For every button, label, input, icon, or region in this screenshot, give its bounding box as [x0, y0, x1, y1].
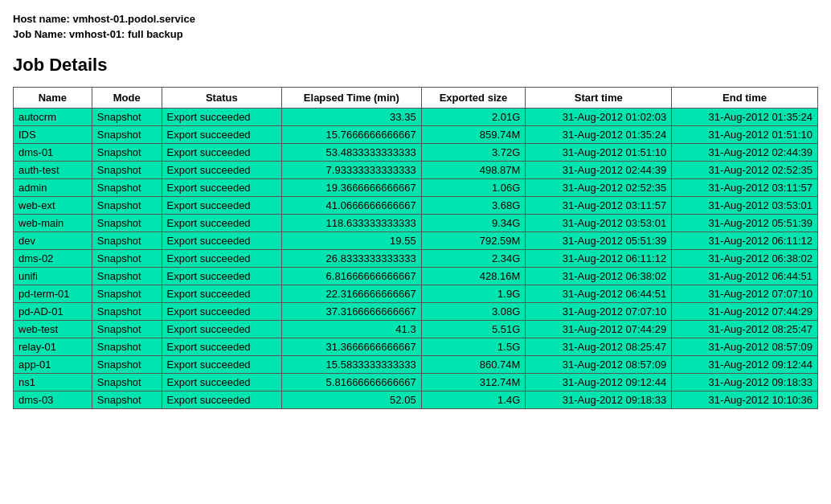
table-row: adminSnapshotExport succeeded19.36666666… — [14, 179, 818, 197]
table-cell: Snapshot — [92, 179, 162, 197]
col-header-mode: Mode — [92, 88, 162, 109]
table-cell: 31-Aug-2012 06:38:02 — [526, 268, 672, 285]
table-row: relay-01SnapshotExport succeeded31.36666… — [14, 338, 818, 356]
table-row: web-mainSnapshotExport succeeded118.6333… — [14, 215, 818, 232]
table-cell: 2.01G — [421, 109, 526, 126]
table-cell: Snapshot — [92, 338, 162, 356]
table-cell: 860.74M — [421, 356, 526, 374]
table-cell: Snapshot — [92, 215, 162, 232]
table-cell: 31-Aug-2012 03:11:57 — [526, 197, 672, 215]
table-row: unifiSnapshotExport succeeded6.816666666… — [14, 268, 818, 285]
table-cell: dev — [14, 232, 92, 250]
table-cell: 31-Aug-2012 08:57:09 — [526, 356, 672, 374]
table-cell: Export succeeded — [162, 215, 282, 232]
col-header-end: End time — [672, 88, 818, 109]
table-cell: 31-Aug-2012 03:53:01 — [672, 197, 818, 215]
table-row: devSnapshotExport succeeded19.55792.59M3… — [14, 232, 818, 250]
table-cell: Export succeeded — [162, 109, 282, 126]
table-cell: Export succeeded — [162, 391, 282, 409]
table-cell: unifi — [14, 268, 92, 285]
table-cell: IDS — [14, 126, 92, 144]
job-label: Job Name: — [13, 28, 66, 40]
table-cell: Export succeeded — [162, 374, 282, 391]
table-cell: 31-Aug-2012 06:38:02 — [672, 250, 818, 268]
host-line: Host name: vmhost-01.podol.service — [13, 13, 818, 25]
col-header-elapsed: Elapsed Time (min) — [282, 88, 422, 109]
table-cell: 31-Aug-2012 09:18:33 — [672, 374, 818, 391]
table-row: pd-term-01SnapshotExport succeeded22.316… — [14, 285, 818, 303]
table-cell: 5.81666666666667 — [282, 374, 422, 391]
table-cell: 792.59M — [421, 232, 526, 250]
table-row: dms-01SnapshotExport succeeded53.4833333… — [14, 144, 818, 162]
table-cell: 6.81666666666667 — [282, 268, 422, 285]
table-row: auth-testSnapshotExport succeeded7.93333… — [14, 162, 818, 179]
table-cell: Export succeeded — [162, 250, 282, 268]
meta-section: Host name: vmhost-01.podol.service Job N… — [13, 13, 818, 40]
table-row: dms-03SnapshotExport succeeded52.051.4G3… — [14, 391, 818, 409]
table-row: app-01SnapshotExport succeeded15.5833333… — [14, 356, 818, 374]
table-cell: 859.74M — [421, 126, 526, 144]
table-cell: 31-Aug-2012 02:44:39 — [672, 144, 818, 162]
table-cell: 31-Aug-2012 02:44:39 — [526, 162, 672, 179]
table-cell: 312.74M — [421, 374, 526, 391]
table-cell: Snapshot — [92, 162, 162, 179]
table-cell: pd-term-01 — [14, 285, 92, 303]
table-cell: 31-Aug-2012 01:51:10 — [526, 144, 672, 162]
host-value: vmhost-01.podol.service — [72, 13, 194, 25]
table-cell: 31-Aug-2012 03:11:57 — [672, 179, 818, 197]
table-cell: 31-Aug-2012 10:10:36 — [672, 391, 818, 409]
table-cell: Export succeeded — [162, 144, 282, 162]
table-cell: 31-Aug-2012 09:18:33 — [526, 391, 672, 409]
table-cell: Export succeeded — [162, 321, 282, 338]
table-cell: 31-Aug-2012 07:07:10 — [526, 303, 672, 321]
table-cell: 31.3666666666667 — [282, 338, 422, 356]
table-cell: dms-02 — [14, 250, 92, 268]
table-cell: 31-Aug-2012 01:35:24 — [672, 109, 818, 126]
table-row: autocrmSnapshotExport succeeded33.352.01… — [14, 109, 818, 126]
table-cell: ns1 — [14, 374, 92, 391]
table-cell: Snapshot — [92, 232, 162, 250]
table-cell: autocrm — [14, 109, 92, 126]
table-cell: 3.72G — [421, 144, 526, 162]
table-cell: Snapshot — [92, 109, 162, 126]
page-title: Job Details — [13, 55, 818, 76]
table-cell: web-ext — [14, 197, 92, 215]
job-details-table: Name Mode Status Elapsed Time (min) Expo… — [13, 87, 818, 409]
table-cell: 22.3166666666667 — [282, 285, 422, 303]
table-cell: 31-Aug-2012 08:57:09 — [672, 338, 818, 356]
table-cell: 26.8333333333333 — [282, 250, 422, 268]
table-cell: 41.3 — [282, 321, 422, 338]
table-cell: 31-Aug-2012 07:07:10 — [672, 285, 818, 303]
host-label: Host name: — [13, 13, 70, 25]
table-row: web-testSnapshotExport succeeded41.35.51… — [14, 321, 818, 338]
table-cell: pd-AD-01 — [14, 303, 92, 321]
table-cell: Snapshot — [92, 285, 162, 303]
table-header-row: Name Mode Status Elapsed Time (min) Expo… — [14, 88, 818, 109]
table-cell: 41.0666666666667 — [282, 197, 422, 215]
table-cell: Snapshot — [92, 197, 162, 215]
table-cell: admin — [14, 179, 92, 197]
table-cell: Snapshot — [92, 126, 162, 144]
col-header-status: Status — [162, 88, 282, 109]
table-cell: relay-01 — [14, 338, 92, 356]
col-header-start: Start time — [526, 88, 672, 109]
table-cell: 1.06G — [421, 179, 526, 197]
table-cell: Snapshot — [92, 268, 162, 285]
table-cell: 428.16M — [421, 268, 526, 285]
table-row: dms-02SnapshotExport succeeded26.8333333… — [14, 250, 818, 268]
table-cell: Export succeeded — [162, 356, 282, 374]
table-cell: 31-Aug-2012 08:25:47 — [526, 338, 672, 356]
table-cell: 3.08G — [421, 303, 526, 321]
job-line: Job Name: vmhost-01: full backup — [13, 28, 818, 40]
table-cell: 31-Aug-2012 01:51:10 — [672, 126, 818, 144]
table-cell: dms-01 — [14, 144, 92, 162]
col-header-name: Name — [14, 88, 92, 109]
table-cell: 9.34G — [421, 215, 526, 232]
table-cell: Export succeeded — [162, 197, 282, 215]
table-cell: 19.3666666666667 — [282, 179, 422, 197]
table-cell: 19.55 — [282, 232, 422, 250]
col-header-exported: Exported size — [421, 88, 526, 109]
table-cell: 31-Aug-2012 07:44:29 — [526, 321, 672, 338]
table-cell: Snapshot — [92, 391, 162, 409]
table-cell: web-test — [14, 321, 92, 338]
